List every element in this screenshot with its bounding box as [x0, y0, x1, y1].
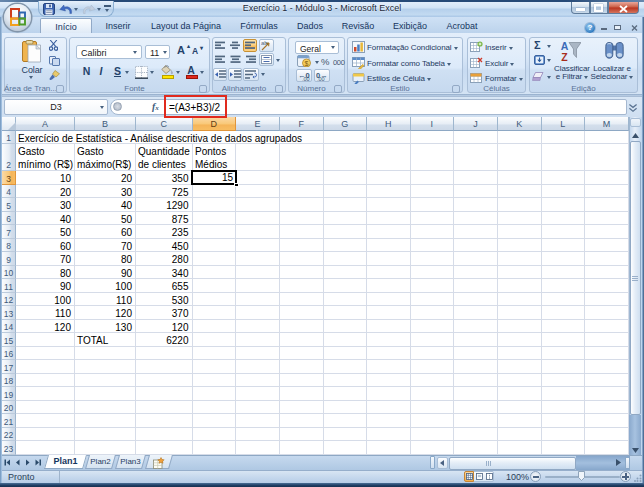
svg-text:Z: Z — [561, 51, 568, 63]
svg-text:ab: ab — [261, 40, 268, 46]
svg-text:$: $ — [305, 60, 309, 67]
svg-text:,00: ,00 — [317, 76, 325, 81]
svg-text:,00: ,00 — [302, 76, 310, 81]
